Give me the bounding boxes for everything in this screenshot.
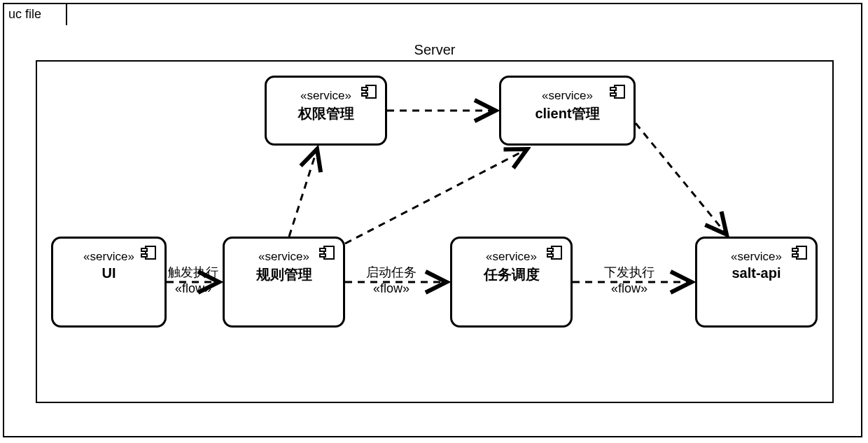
server-container-title: Server [37, 42, 832, 58]
label-ui-rule: 触发执行 «flow» [168, 265, 218, 296]
diagram-outer-frame: uc file Server «service» UI «service» 规则… [3, 3, 862, 437]
label-rule-task: 启动任务 «flow» [366, 265, 416, 296]
component-icon [141, 244, 158, 261]
label-task-salt-text: 下发执行 [604, 265, 654, 279]
label-rule-task-text: 启动任务 [366, 265, 416, 279]
component-icon [792, 244, 808, 261]
component-perm: «service» 权限管理 [265, 76, 387, 146]
component-saltapi-name: salt-api [697, 265, 816, 281]
component-client: «service» client管理 [499, 76, 636, 146]
component-saltapi: «service» salt-api [695, 237, 818, 328]
label-task-salt: 下发执行 «flow» [604, 265, 654, 296]
component-client-name: client管理 [501, 104, 634, 123]
component-icon [319, 244, 336, 261]
component-rule: «service» 规则管理 [223, 237, 345, 328]
server-container: Server «service» UI «service» 规则管理 «serv… [36, 60, 834, 403]
connector-layer [37, 62, 832, 402]
label-task-salt-stereo: «flow» [611, 281, 648, 295]
component-icon [361, 83, 378, 100]
connector-rule-perm [289, 149, 317, 237]
component-task-name: 任务调度 [452, 265, 570, 284]
connector-client-salt [636, 123, 727, 234]
component-icon [547, 244, 564, 261]
component-task: «service» 任务调度 [450, 237, 573, 328]
label-ui-rule-text: 触发执行 [168, 265, 218, 279]
component-rule-name: 规则管理 [225, 265, 343, 284]
label-rule-task-stereo: «flow» [373, 281, 410, 295]
component-ui: «service» UI [51, 237, 167, 328]
diagram-tab-label: uc file [8, 7, 41, 21]
label-ui-rule-stereo: «flow» [175, 281, 211, 295]
component-perm-name: 权限管理 [267, 104, 385, 123]
connector-rule-client [345, 149, 527, 244]
diagram-tab: uc file [3, 3, 67, 25]
component-icon [610, 83, 626, 100]
component-ui-name: UI [53, 265, 164, 281]
